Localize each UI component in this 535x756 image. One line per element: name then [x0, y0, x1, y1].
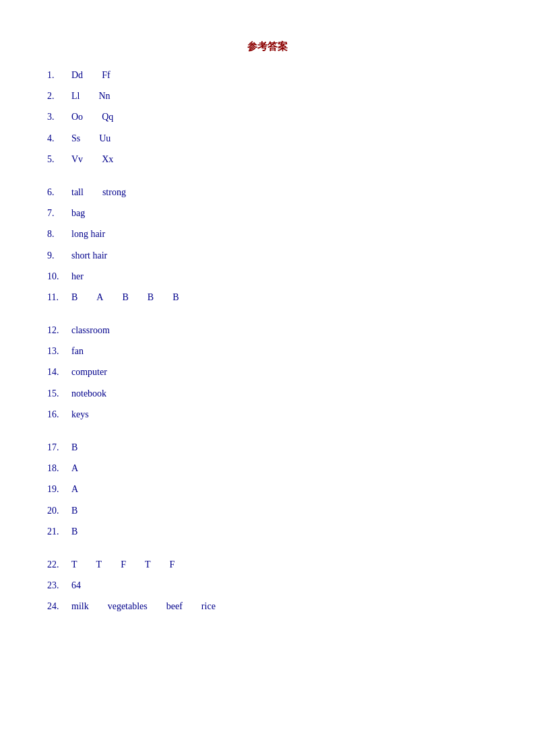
spacer-24 [47, 544, 488, 556]
answer-number: 20. [47, 502, 71, 519]
answer-value: Nn [98, 88, 110, 104]
answer-row: 16.keys [47, 406, 488, 423]
answer-value: A [96, 289, 103, 306]
answer-number: 17. [47, 439, 71, 456]
answer-number: 6. [47, 184, 71, 201]
answer-value: F [121, 556, 126, 573]
answer-row: 12.classroom [47, 322, 488, 339]
answer-value: her [71, 268, 84, 285]
answer-number: 9. [47, 247, 71, 264]
answer-row: 20.B [47, 502, 488, 519]
answer-value: Ss [71, 130, 80, 147]
answer-number: 16. [47, 406, 71, 423]
answer-value: strong [102, 184, 126, 201]
answer-number: 15. [47, 385, 71, 402]
answer-row: 11.BABBB [47, 289, 488, 306]
answer-number: 21. [47, 523, 71, 540]
answer-row: 18.A [47, 460, 488, 477]
answer-value: B [71, 439, 77, 456]
answer-value: T [145, 556, 151, 573]
answer-number: 7. [47, 205, 71, 221]
answer-value: T [71, 556, 77, 573]
answer-value: fan [71, 343, 84, 359]
answer-number: 22. [47, 556, 71, 573]
answer-value: classroom [71, 322, 110, 339]
answer-row: 4.SsUu [47, 130, 488, 147]
answer-row: 24.milkvegetablesbeefrice [47, 598, 488, 615]
answer-number: 1. [47, 67, 71, 83]
answer-row: 14.computer [47, 364, 488, 380]
answer-value: B [172, 289, 179, 306]
page-title: 参考答案 [47, 40, 488, 53]
answer-value: Vv [71, 151, 83, 168]
answer-row: 6.tallstrong [47, 184, 488, 201]
answer-value: vegetables [108, 598, 148, 615]
answer-row: 1.DdFf [47, 67, 488, 83]
answer-number: 5. [47, 151, 71, 168]
answer-value: rice [201, 598, 216, 615]
answer-value: Ff [102, 67, 110, 83]
answer-number: 19. [47, 481, 71, 497]
answer-value: A [71, 481, 78, 497]
answer-number: 3. [47, 108, 71, 125]
answer-value: 64 [71, 577, 81, 594]
answer-value: F [169, 556, 175, 573]
answer-value: milk [71, 598, 89, 615]
answer-row: 3.OoQq [47, 108, 488, 125]
answer-number: 12. [47, 322, 71, 339]
answer-number: 4. [47, 130, 71, 147]
answer-value: short hair [71, 247, 107, 264]
answer-value: Xx [102, 151, 113, 168]
answer-value: Uu [99, 130, 111, 147]
answer-row: 10.her [47, 268, 488, 285]
answer-row: 21.B [47, 523, 488, 540]
answer-row: 2.LlNn [47, 88, 488, 104]
answer-value: Ll [71, 88, 80, 104]
answer-number: 14. [47, 364, 71, 380]
answer-value: B [71, 523, 77, 540]
answer-value: keys [71, 406, 89, 423]
answer-row: 17.B [47, 439, 488, 456]
answer-value: long hair [71, 226, 105, 242]
answer-number: 18. [47, 460, 71, 477]
answer-value: B [122, 289, 128, 306]
answer-number: 23. [47, 577, 71, 594]
answer-row: 7.bag [47, 205, 488, 221]
answer-row: 5.VvXx [47, 151, 488, 168]
answer-number: 10. [47, 268, 71, 285]
answer-value: beef [166, 598, 183, 615]
answer-value: Oo [71, 108, 83, 125]
answer-row: 22.TTFTF [47, 556, 488, 573]
answer-value: T [96, 556, 102, 573]
answer-value: Qq [102, 108, 113, 125]
answer-row: 9.short hair [47, 247, 488, 264]
answer-value: B [71, 502, 77, 519]
answer-row: 23.64 [47, 577, 488, 594]
answer-value: A [71, 460, 78, 477]
answer-row: 8.long hair [47, 226, 488, 242]
spacer-18 [47, 427, 488, 439]
answer-number: 24. [47, 598, 71, 615]
answer-number: 13. [47, 343, 71, 359]
answer-row: 19.A [47, 481, 488, 497]
answer-value: B [148, 289, 154, 306]
spacer-12 [47, 310, 488, 322]
spacer-5 [47, 172, 488, 184]
answer-value: B [71, 289, 77, 306]
answer-number: 2. [47, 88, 71, 104]
answer-value: Dd [71, 67, 83, 83]
answer-value: computer [71, 364, 107, 380]
answer-value: notebook [71, 385, 106, 402]
answer-number: 8. [47, 226, 71, 242]
answer-section: 1.DdFf2.LlNn3.OoQq4.SsUu5.VvXx6.tallstro… [47, 67, 488, 615]
answer-row: 15.notebook [47, 385, 488, 402]
answer-row: 13.fan [47, 343, 488, 359]
answer-value: tall [71, 184, 84, 201]
answer-value: bag [71, 205, 85, 221]
answer-number: 11. [47, 289, 71, 306]
